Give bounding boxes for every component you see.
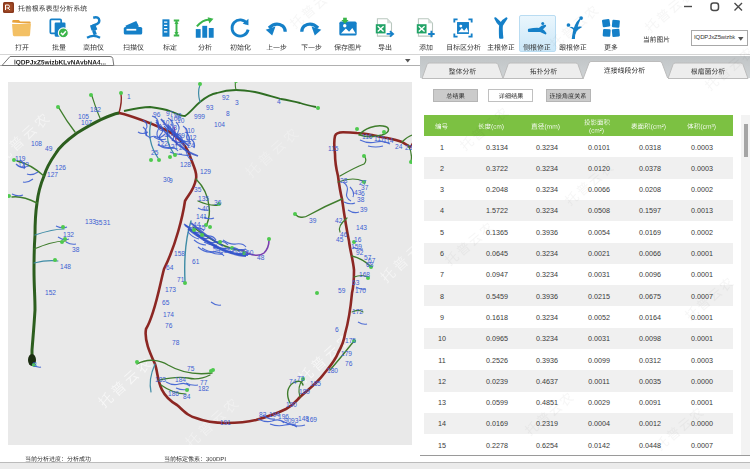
svg-text:61: 61 bbox=[192, 258, 200, 265]
svg-text:65: 65 bbox=[162, 299, 170, 306]
svg-text:36: 36 bbox=[214, 199, 222, 206]
svg-text:63: 63 bbox=[352, 279, 360, 286]
svg-text:189: 189 bbox=[299, 388, 310, 395]
svg-text:37: 37 bbox=[361, 184, 369, 191]
svg-text:122: 122 bbox=[157, 140, 168, 147]
svg-text:93: 93 bbox=[206, 104, 214, 111]
svg-text:71: 71 bbox=[177, 276, 185, 283]
svg-text:186: 186 bbox=[168, 390, 179, 397]
svg-text:76: 76 bbox=[165, 322, 173, 329]
svg-text:121: 121 bbox=[167, 143, 178, 150]
svg-text:143: 143 bbox=[356, 224, 367, 231]
svg-text:1: 1 bbox=[127, 93, 131, 100]
svg-text:173: 173 bbox=[165, 286, 176, 293]
svg-text:60: 60 bbox=[246, 249, 254, 256]
svg-text:108: 108 bbox=[31, 140, 42, 147]
svg-text:191: 191 bbox=[220, 419, 231, 426]
svg-text:3: 3 bbox=[33, 361, 37, 368]
svg-text:31: 31 bbox=[103, 219, 111, 226]
svg-text:16: 16 bbox=[354, 236, 362, 243]
svg-text:175: 175 bbox=[345, 337, 356, 344]
svg-text:84: 84 bbox=[183, 393, 191, 400]
svg-text:168: 168 bbox=[359, 271, 370, 278]
svg-text:38: 38 bbox=[72, 246, 80, 253]
svg-text:185: 185 bbox=[310, 380, 321, 387]
svg-text:96: 96 bbox=[153, 111, 161, 118]
svg-text:132: 132 bbox=[63, 231, 74, 238]
svg-text:45: 45 bbox=[336, 236, 344, 243]
svg-text:35: 35 bbox=[95, 219, 103, 226]
svg-text:110: 110 bbox=[184, 127, 195, 134]
svg-text:115: 115 bbox=[328, 145, 339, 152]
svg-text:172: 172 bbox=[352, 308, 363, 315]
svg-text:112: 112 bbox=[186, 134, 197, 141]
svg-text:24: 24 bbox=[187, 142, 195, 149]
svg-text:107: 107 bbox=[81, 119, 92, 126]
svg-text:9: 9 bbox=[169, 177, 173, 184]
svg-text:190: 190 bbox=[286, 401, 297, 408]
svg-text:103: 103 bbox=[166, 124, 177, 131]
svg-text:64: 64 bbox=[166, 264, 174, 271]
svg-text:73: 73 bbox=[297, 375, 305, 382]
svg-text:6: 6 bbox=[335, 326, 339, 333]
svg-text:3: 3 bbox=[235, 99, 239, 106]
svg-text:74: 74 bbox=[289, 378, 297, 385]
svg-text:21: 21 bbox=[179, 144, 187, 151]
svg-text:49: 49 bbox=[45, 145, 53, 152]
svg-text:179: 179 bbox=[341, 350, 352, 357]
svg-text:68: 68 bbox=[366, 261, 374, 268]
svg-text:148: 148 bbox=[60, 263, 71, 270]
svg-text:114: 114 bbox=[383, 137, 394, 144]
svg-text:169: 169 bbox=[306, 416, 317, 423]
svg-text:152: 152 bbox=[45, 289, 56, 296]
svg-text:126: 126 bbox=[55, 164, 66, 171]
svg-text:35: 35 bbox=[194, 186, 202, 193]
svg-text:25: 25 bbox=[151, 149, 159, 156]
svg-text:76: 76 bbox=[345, 360, 353, 367]
svg-text:129: 129 bbox=[200, 168, 211, 175]
svg-text:59: 59 bbox=[338, 287, 346, 294]
svg-text:116: 116 bbox=[362, 133, 373, 140]
svg-text:23: 23 bbox=[405, 144, 412, 151]
svg-text:104: 104 bbox=[214, 121, 225, 128]
svg-text:39: 39 bbox=[309, 217, 317, 224]
svg-text:128: 128 bbox=[180, 161, 191, 168]
svg-text:92: 92 bbox=[222, 94, 230, 101]
svg-text:183: 183 bbox=[155, 376, 166, 383]
svg-text:182: 182 bbox=[90, 106, 101, 113]
svg-text:123: 123 bbox=[18, 161, 29, 168]
svg-text:83: 83 bbox=[259, 411, 267, 418]
svg-text:24: 24 bbox=[395, 143, 403, 150]
svg-text:10: 10 bbox=[177, 117, 185, 124]
svg-text:170: 170 bbox=[355, 287, 366, 294]
svg-text:174: 174 bbox=[163, 311, 174, 318]
svg-text:8: 8 bbox=[226, 110, 230, 117]
svg-text:75: 75 bbox=[187, 365, 195, 372]
svg-text:109: 109 bbox=[174, 132, 185, 139]
svg-text:182: 182 bbox=[198, 385, 209, 392]
svg-text:42: 42 bbox=[335, 217, 343, 224]
svg-text:127: 127 bbox=[47, 171, 58, 178]
svg-text:48: 48 bbox=[257, 254, 265, 261]
svg-text:40: 40 bbox=[202, 205, 210, 212]
svg-text:180: 180 bbox=[327, 367, 338, 374]
svg-text:28: 28 bbox=[340, 177, 348, 184]
svg-text:39: 39 bbox=[360, 206, 368, 213]
svg-text:141: 141 bbox=[196, 213, 207, 220]
svg-text:38: 38 bbox=[357, 196, 365, 203]
svg-text:45: 45 bbox=[198, 224, 206, 231]
svg-text:999: 999 bbox=[194, 113, 205, 120]
svg-text:135: 135 bbox=[198, 195, 209, 202]
svg-text:78: 78 bbox=[172, 339, 180, 346]
svg-text:159: 159 bbox=[351, 243, 362, 250]
svg-text:92: 92 bbox=[356, 249, 364, 256]
svg-text:184: 184 bbox=[175, 376, 186, 383]
svg-text:4: 4 bbox=[277, 98, 281, 105]
svg-text:57: 57 bbox=[364, 254, 372, 261]
svg-text:158: 158 bbox=[174, 250, 185, 257]
